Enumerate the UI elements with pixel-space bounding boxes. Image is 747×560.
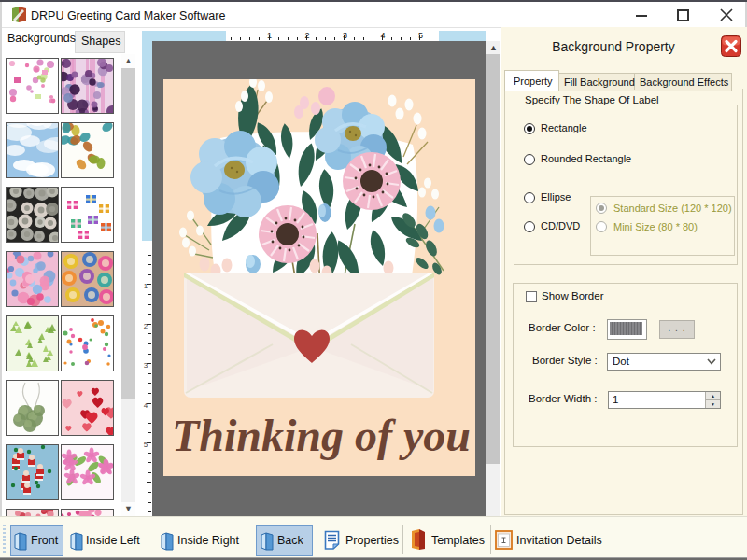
svg-text:Thinking of you: Thinking of you — [172, 411, 471, 460]
